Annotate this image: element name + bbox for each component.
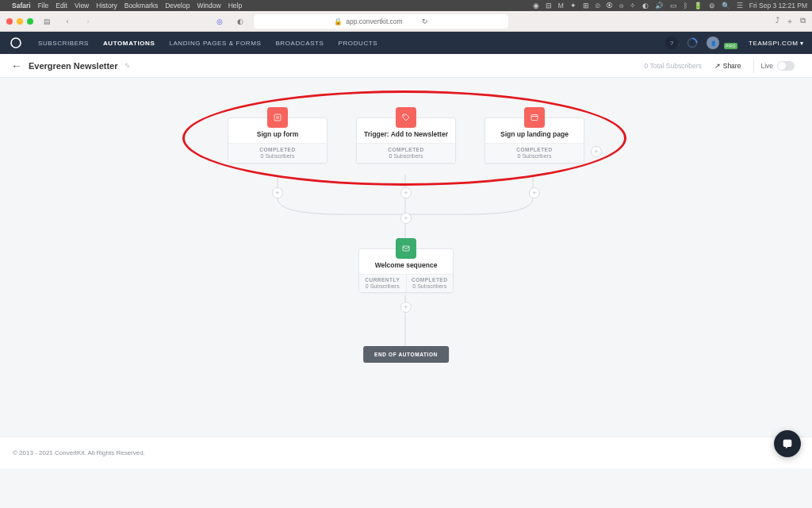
trigger-card-tag[interactable]: Trigger: Add to Newsletter COMPLETED 0 S…: [356, 117, 456, 164]
status-icon[interactable]: ✧: [630, 2, 636, 10]
count-label: 0 Subscribers: [230, 153, 325, 159]
live-label: Live: [760, 62, 773, 70]
mac-menu-bookmarks[interactable]: Bookmarks: [124, 2, 159, 10]
form-icon: [267, 107, 288, 128]
status-icon[interactable]: ⌾: [619, 2, 623, 10]
privacy-icon[interactable]: ◎: [213, 15, 227, 28]
add-step-button[interactable]: +: [272, 187, 283, 198]
trigger-card-form[interactable]: Sign up form COMPLETED 0 Subscribers: [228, 117, 327, 164]
completed-label: COMPLETED: [408, 277, 453, 283]
svg-rect-13: [403, 246, 409, 251]
share-icon[interactable]: ⤴: [776, 16, 779, 27]
back-button[interactable]: ‹: [60, 15, 75, 28]
count-label: 0 Subscribers: [487, 153, 582, 159]
tag-icon: [396, 107, 416, 128]
status-label: COMPLETED: [487, 147, 582, 152]
display-icon[interactable]: ▭: [670, 2, 677, 10]
page-title: Evergreen Newsletter: [29, 61, 118, 71]
help-icon[interactable]: ?: [665, 37, 678, 49]
svg-point-0: [11, 38, 21, 48]
mac-menu-bar: Safari File Edit View History Bookmarks …: [0, 0, 812, 11]
convertkit-logo-icon[interactable]: [8, 35, 24, 51]
mac-menu-window[interactable]: Window: [197, 2, 220, 10]
svg-rect-7: [274, 114, 281, 121]
zoom-window-icon[interactable]: [27, 18, 33, 25]
completed-count: 0 Subscribers: [408, 283, 453, 289]
status-icon[interactable]: ⎚: [596, 2, 599, 10]
add-step-button[interactable]: +: [529, 187, 540, 198]
bluetooth-icon[interactable]: ᛒ: [684, 2, 688, 10]
mac-menu-help[interactable]: Help: [228, 2, 242, 10]
share-label: Share: [723, 62, 741, 70]
status-icon[interactable]: ◉: [533, 2, 539, 10]
forward-button: ›: [81, 15, 95, 28]
share-button[interactable]: ↗ Share: [708, 60, 748, 72]
count-label: 0 Subscribers: [358, 153, 454, 159]
mac-menu-develop[interactable]: Develop: [165, 2, 190, 10]
intercom-launcher[interactable]: [774, 430, 801, 457]
copyright-text: © 2013 - 2021 ConvertKit. All Rights Res…: [13, 449, 145, 456]
status-label: COMPLETED: [358, 147, 454, 152]
pro-badge: PRO: [724, 43, 737, 49]
address-bar[interactable]: 🔒 app.convertkit.com ↻: [254, 14, 508, 29]
back-arrow-icon[interactable]: ←: [11, 60, 22, 72]
status-icon[interactable]: ⦿: [606, 2, 613, 10]
minimize-window-icon[interactable]: [17, 18, 23, 25]
wifi-icon[interactable]: ⊚: [709, 2, 715, 10]
end-of-automation: END OF AUTOMATION: [363, 346, 449, 363]
currently-count: 0 Subscribers: [360, 283, 405, 289]
mac-clock[interactable]: Fri Sep 3 12:21 PM: [749, 2, 807, 10]
activity-ring-icon[interactable]: [686, 37, 699, 49]
app-nav: SUBSCRIBERS AUTOMATIONS LANDING PAGES & …: [0, 32, 812, 54]
mac-menu-edit[interactable]: Edit: [56, 2, 67, 10]
status-icon[interactable]: ⊞: [583, 2, 589, 10]
mac-app-name[interactable]: Safari: [12, 2, 31, 10]
url-text: app.convertkit.com: [346, 17, 402, 25]
reader-icon[interactable]: ◐: [233, 15, 247, 28]
automation-canvas[interactable]: Sign up form COMPLETED 0 Subscribers Tri…: [0, 78, 812, 468]
close-window-icon[interactable]: [6, 18, 13, 25]
share-arrow-icon: ↗: [714, 62, 721, 70]
window-controls: [6, 18, 33, 25]
add-step-button[interactable]: +: [400, 213, 412, 224]
new-tab-icon[interactable]: ＋: [786, 16, 794, 27]
trigger-card-landing[interactable]: Sign up landing page COMPLETED 0 Subscri…: [485, 117, 584, 164]
status-icon[interactable]: ✦: [570, 2, 576, 10]
landing-page-icon: [524, 107, 545, 128]
sidebar-toggle-icon[interactable]: ▤: [40, 15, 54, 28]
avatar[interactable]: 👤: [707, 37, 719, 49]
search-icon[interactable]: 🔍: [722, 2, 730, 10]
battery-icon[interactable]: 🔋: [694, 2, 703, 10]
add-step-button[interactable]: +: [400, 187, 412, 198]
nav-broadcasts[interactable]: BROADCASTS: [275, 37, 324, 50]
nav-subscribers[interactable]: SUBSCRIBERS: [38, 37, 89, 50]
tabs-icon[interactable]: ⧉: [800, 16, 806, 27]
control-center-icon[interactable]: ☰: [737, 2, 743, 10]
svg-rect-14: [783, 440, 792, 447]
status-icon[interactable]: ◐: [642, 2, 649, 10]
edit-title-icon[interactable]: ✎: [124, 62, 131, 70]
account-name[interactable]: TEAMSPI.COM ▾: [749, 40, 804, 47]
lock-icon: 🔒: [334, 17, 343, 25]
mac-status-icons: ◉ ⊟ M ✦ ⊞ ⎚ ⦿ ⌾ ✧ ◐ 🔊 ▭ ᛒ 🔋 ⊚ 🔍 ☰ Fri Se…: [533, 2, 807, 10]
mac-menu-view[interactable]: View: [75, 2, 89, 10]
sequence-card[interactable]: Welcome sequence CURRENTLY 0 Subscribers…: [358, 248, 454, 293]
nav-automations[interactable]: AUTOMATIONS: [103, 37, 155, 50]
triggers-row: Sign up form COMPLETED 0 Subscribers Tri…: [0, 117, 812, 164]
nav-landing-pages[interactable]: LANDING PAGES & FORMS: [169, 37, 261, 50]
page-footer: © 2013 - 2021 ConvertKit. All Rights Res…: [0, 437, 812, 468]
page-header: ← Evergreen Newsletter ✎ 0 Total Subscri…: [0, 54, 812, 78]
add-step-button[interactable]: +: [400, 302, 412, 313]
email-sequence-icon: [396, 238, 416, 259]
add-trigger-button[interactable]: +: [591, 146, 602, 157]
mac-menu-history[interactable]: History: [96, 2, 117, 10]
safari-toolbar: ▤ ‹ › ◎ ◐ 🔒 app.convertkit.com ↻ ⤴ ＋ ⧉: [0, 11, 812, 32]
nav-products[interactable]: PRODUCTS: [339, 37, 378, 50]
volume-icon[interactable]: 🔊: [655, 2, 664, 10]
status-icon[interactable]: ⊟: [546, 2, 552, 10]
status-icon[interactable]: M: [558, 2, 564, 10]
reload-icon[interactable]: ↻: [422, 17, 428, 25]
live-toggle-group: Live: [753, 59, 801, 73]
mac-menu-file[interactable]: File: [38, 2, 49, 10]
live-toggle[interactable]: [777, 61, 795, 71]
